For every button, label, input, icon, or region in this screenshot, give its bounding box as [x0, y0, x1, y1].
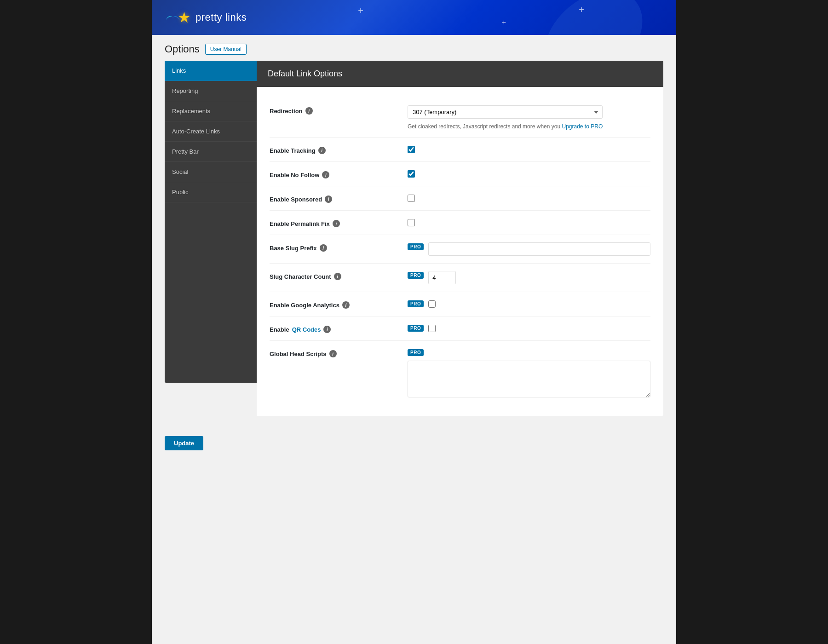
enable-permalink-fix-label: Enable Permalink Fix i	[270, 220, 398, 227]
form-row-enable-qr-codes: Enable QR Codes i PRO	[270, 316, 650, 341]
qr-codes-link[interactable]: QR Codes	[292, 326, 321, 333]
star-icon: ★	[178, 9, 191, 26]
update-btn-area: Update	[152, 429, 676, 461]
enable-tracking-info-icon[interactable]: i	[318, 147, 326, 154]
slug-character-count-label: Slug Character Count i	[270, 273, 398, 280]
enable-google-analytics-pro-badge: PRO	[408, 300, 424, 307]
enable-tracking-checkbox[interactable]	[408, 146, 415, 153]
enable-permalink-fix-checkbox[interactable]	[408, 219, 415, 226]
enable-qr-codes-label: Enable QR Codes i	[270, 326, 398, 333]
page-title: Options	[165, 43, 200, 55]
sidebar: Links Reporting Replacements Auto-Create…	[165, 61, 257, 383]
global-head-scripts-pro-badge: PRO	[408, 349, 424, 356]
upgrade-to-pro-link[interactable]: Upgrade to PRO	[562, 123, 603, 130]
logo-area: ★ pretty links	[165, 9, 247, 26]
enable-google-analytics-info-icon[interactable]: i	[342, 301, 350, 309]
base-slug-prefix-label: Base Slug Prefix i	[270, 244, 398, 252]
page-title-area: Options User Manual	[152, 35, 676, 61]
enable-qr-codes-checkbox[interactable]	[428, 325, 436, 332]
sidebar-item-auto-create-links[interactable]: Auto-Create Links	[165, 121, 257, 142]
slug-character-count-pro-badge: PRO	[408, 272, 424, 279]
global-head-scripts-label: Global Head Scripts i	[270, 350, 398, 357]
slug-character-count-info-icon[interactable]: i	[334, 273, 341, 280]
sidebar-item-pretty-bar[interactable]: Pretty Bar	[165, 142, 257, 162]
update-button[interactable]: Update	[165, 436, 203, 450]
form-row-slug-character-count: Slug Character Count i PRO	[270, 264, 650, 292]
base-slug-prefix-pro-badge: PRO	[408, 243, 424, 250]
form-body: Redirection i 307 (Temporary) 301 (Perma…	[257, 87, 663, 416]
global-head-scripts-info-icon[interactable]: i	[329, 350, 337, 357]
enable-tracking-label: Enable Tracking i	[270, 147, 398, 154]
content-area: Default Link Options Redirection i	[257, 61, 663, 416]
form-row-enable-google-analytics: Enable Google Analytics i PRO	[270, 292, 650, 316]
form-row-enable-sponsored: Enable Sponsored i	[270, 186, 650, 211]
logo-icon: ★	[165, 9, 191, 26]
redirection-label: Redirection i	[270, 107, 398, 115]
form-row-enable-permalink-fix: Enable Permalink Fix i	[270, 211, 650, 235]
sidebar-item-public[interactable]: Public	[165, 182, 257, 202]
enable-google-analytics-label: Enable Google Analytics i	[270, 301, 398, 309]
global-head-scripts-textarea[interactable]	[408, 361, 650, 397]
enable-no-follow-label: Enable No Follow i	[270, 171, 398, 178]
form-row-global-head-scripts: Global Head Scripts i PRO	[270, 341, 650, 405]
sidebar-item-replacements[interactable]: Replacements	[165, 101, 257, 121]
base-slug-prefix-info-icon[interactable]: i	[320, 244, 327, 252]
main-layout: Links Reporting Replacements Auto-Create…	[152, 61, 676, 429]
sidebar-item-links[interactable]: Links	[165, 61, 257, 81]
redirection-select[interactable]: 307 (Temporary) 301 (Permanent) 302 (Tem…	[408, 105, 603, 119]
form-row-redirection: Redirection i 307 (Temporary) 301 (Perma…	[270, 98, 650, 138]
enable-sponsored-checkbox[interactable]	[408, 195, 415, 202]
decoration-plus2: +	[502, 18, 506, 27]
enable-permalink-fix-info-icon[interactable]: i	[333, 220, 340, 227]
enable-sponsored-label: Enable Sponsored i	[270, 196, 398, 203]
content-header: Default Link Options	[257, 61, 663, 87]
enable-qr-codes-info-icon[interactable]: i	[323, 326, 331, 333]
enable-no-follow-checkbox[interactable]	[408, 170, 415, 178]
form-row-base-slug-prefix: Base Slug Prefix i PRO	[270, 235, 650, 264]
enable-qr-codes-pro-badge: PRO	[408, 325, 424, 332]
logo-text: pretty links	[196, 12, 247, 23]
decoration-plus1: +	[358, 6, 363, 16]
form-row-enable-no-follow: Enable No Follow i	[270, 162, 650, 186]
sidebar-item-reporting[interactable]: Reporting	[165, 81, 257, 101]
redirection-info-icon[interactable]: i	[305, 107, 313, 115]
enable-google-analytics-checkbox[interactable]	[428, 300, 436, 308]
redirection-description: Get cloaked redirects, Javascript redire…	[408, 123, 603, 130]
user-manual-button[interactable]: User Manual	[205, 44, 247, 55]
base-slug-prefix-input[interactable]	[428, 242, 650, 256]
sidebar-item-social[interactable]: Social	[165, 162, 257, 182]
form-row-enable-tracking: Enable Tracking i	[270, 138, 650, 162]
section-title: Default Link Options	[268, 69, 652, 79]
slug-character-count-input[interactable]	[428, 271, 456, 284]
enable-no-follow-info-icon[interactable]: i	[322, 171, 329, 178]
header: + + ★ pretty links	[152, 0, 676, 35]
enable-sponsored-info-icon[interactable]: i	[325, 196, 332, 203]
